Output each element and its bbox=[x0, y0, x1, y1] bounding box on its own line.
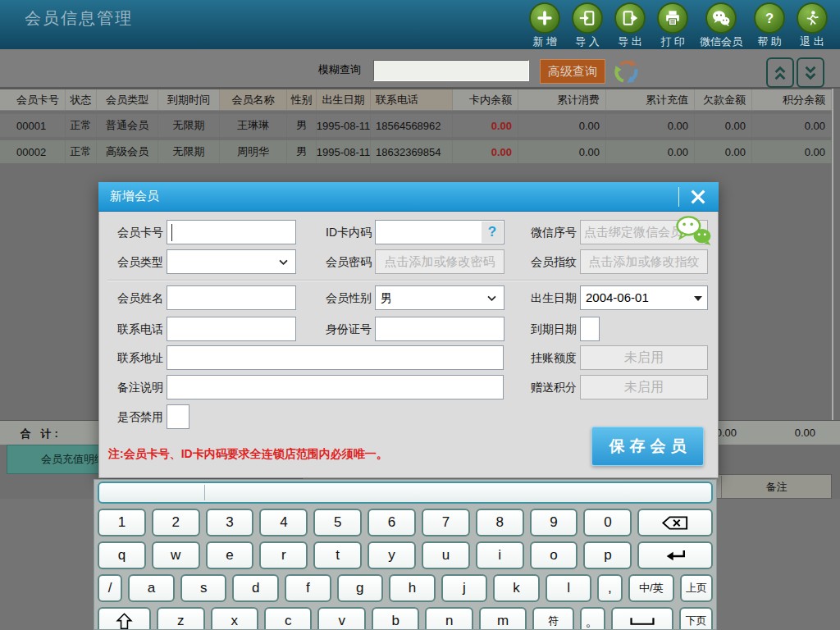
key-h[interactable]: h bbox=[389, 574, 436, 602]
key-c[interactable]: c bbox=[264, 607, 312, 630]
key-backspace[interactable] bbox=[637, 509, 713, 536]
key-1[interactable]: 1 bbox=[98, 509, 146, 536]
key-symbols[interactable]: 符 bbox=[532, 607, 573, 630]
import-button[interactable]: 导 入 bbox=[566, 2, 609, 49]
key-2[interactable]: 2 bbox=[152, 509, 200, 536]
password-button[interactable]: 点击添加或修改密码 bbox=[375, 249, 504, 274]
key-v[interactable]: v bbox=[317, 607, 365, 630]
key-x[interactable]: x bbox=[211, 607, 258, 630]
key-7[interactable]: 7 bbox=[422, 509, 470, 536]
key-9[interactable]: 9 bbox=[530, 509, 578, 536]
key-l[interactable]: l bbox=[546, 574, 592, 602]
key-o[interactable]: o bbox=[530, 541, 578, 569]
add-button[interactable]: 新 增 bbox=[523, 2, 566, 49]
key-r[interactable]: r bbox=[259, 541, 308, 569]
help-button[interactable]: ?帮 助 bbox=[748, 2, 791, 49]
key-d[interactable]: d bbox=[232, 574, 279, 602]
key-p[interactable]: p bbox=[583, 541, 632, 569]
column-header-2[interactable]: 会员类型 bbox=[97, 89, 158, 110]
table-row[interactable]: 00001正常普通会员无限期王琳琳男1995-08-11185645689620… bbox=[0, 114, 832, 137]
column-header-10[interactable]: 累计充值 bbox=[606, 89, 695, 110]
key-6[interactable]: 6 bbox=[368, 509, 416, 536]
refresh-icon[interactable] bbox=[611, 57, 642, 88]
idcard-input[interactable]: ? bbox=[375, 220, 504, 244]
exit-icon bbox=[797, 2, 828, 34]
fuzzy-search-input[interactable] bbox=[373, 60, 529, 81]
key-t[interactable]: t bbox=[313, 541, 362, 569]
key-s[interactable]: s bbox=[180, 574, 227, 602]
name-input[interactable] bbox=[167, 285, 296, 310]
key-lang-toggle[interactable]: 中/英 bbox=[628, 574, 675, 602]
key-g[interactable]: g bbox=[337, 574, 384, 602]
expire-date-checkbox[interactable] bbox=[580, 317, 600, 341]
key-shift[interactable] bbox=[98, 607, 151, 630]
phone-input[interactable] bbox=[167, 317, 296, 341]
key-8[interactable]: 8 bbox=[476, 509, 524, 536]
key-i[interactable]: i bbox=[476, 541, 524, 569]
column-header-9[interactable]: 累计消费 bbox=[518, 89, 606, 110]
advanced-search-button[interactable]: 高级查询 bbox=[540, 59, 605, 84]
key-u[interactable]: u bbox=[422, 541, 470, 569]
column-header-7[interactable]: 联系电话 bbox=[371, 89, 453, 110]
credit-limit-button[interactable]: 未启用 bbox=[580, 345, 708, 370]
column-header-5[interactable]: 性别 bbox=[287, 89, 317, 110]
remark-input[interactable] bbox=[167, 375, 504, 399]
exit-button[interactable]: 退 出 bbox=[791, 2, 833, 49]
key-3[interactable]: 3 bbox=[206, 509, 254, 536]
birth-date-combobox[interactable]: 2004-06-01 bbox=[580, 285, 708, 310]
card-input[interactable] bbox=[167, 220, 296, 244]
add-icon bbox=[529, 2, 560, 34]
print-button[interactable]: 打 印 bbox=[651, 2, 694, 49]
wechat-button[interactable]: 微信会员 bbox=[694, 2, 748, 49]
key-y[interactable]: y bbox=[368, 541, 416, 569]
key-b[interactable]: b bbox=[372, 607, 419, 630]
column-header-4[interactable]: 会员名称 bbox=[220, 89, 287, 110]
fingerprint-button[interactable]: 点击添加或修改指纹 bbox=[580, 249, 708, 274]
key-q[interactable]: q bbox=[98, 541, 146, 569]
member-type-select[interactable] bbox=[167, 249, 296, 274]
column-header-1[interactable]: 状态 bbox=[66, 89, 97, 110]
key-n[interactable]: n bbox=[425, 607, 472, 630]
key-0[interactable]: 0 bbox=[583, 509, 632, 536]
column-header-3[interactable]: 到期时间 bbox=[158, 89, 220, 110]
address-input[interactable] bbox=[167, 345, 504, 370]
key-comma[interactable]: , bbox=[597, 574, 622, 602]
key-period[interactable]: 。 bbox=[580, 607, 605, 630]
key-w[interactable]: w bbox=[152, 541, 200, 569]
key-a[interactable]: a bbox=[128, 574, 175, 602]
column-header-12[interactable]: 积分余额 bbox=[752, 89, 832, 110]
svg-text:?: ? bbox=[765, 11, 774, 25]
gender-select[interactable]: 男 bbox=[375, 285, 504, 310]
key-m[interactable]: m bbox=[479, 607, 527, 630]
key-prev-page[interactable]: 上页 bbox=[680, 574, 713, 602]
key-e[interactable]: e bbox=[206, 541, 254, 569]
key-4[interactable]: 4 bbox=[259, 509, 308, 536]
column-header-8[interactable]: 卡内余额 bbox=[453, 89, 518, 110]
id-number-input[interactable] bbox=[375, 317, 504, 341]
detail-column-remark: 备注 bbox=[721, 476, 831, 498]
column-header-0[interactable]: 会员卡号 bbox=[0, 89, 66, 110]
disable-checkbox[interactable] bbox=[167, 404, 189, 429]
key-5[interactable]: 5 bbox=[313, 509, 362, 536]
gender-label: 会员性别 bbox=[313, 285, 372, 310]
key-k[interactable]: k bbox=[493, 574, 540, 602]
scroll-top-button[interactable] bbox=[766, 57, 794, 88]
idcard-help-button[interactable]: ? bbox=[482, 221, 503, 243]
export-button[interactable]: 导 出 bbox=[609, 2, 651, 49]
save-member-button[interactable]: 保存会员 bbox=[591, 427, 704, 466]
table-row[interactable]: 00002正常高级会员无限期周明华男1995-08-11186323698540… bbox=[0, 140, 832, 163]
column-header-6[interactable]: 出生日期 bbox=[317, 89, 371, 110]
close-icon[interactable] bbox=[684, 186, 712, 208]
key-enter[interactable] bbox=[637, 541, 713, 569]
key-next-page[interactable]: 下页 bbox=[679, 607, 713, 630]
scroll-bottom-button[interactable] bbox=[797, 57, 824, 88]
key-z[interactable]: z bbox=[157, 607, 204, 630]
fuzzy-search-label: 模糊查询 bbox=[318, 62, 361, 77]
key-f[interactable]: f bbox=[285, 574, 331, 602]
column-header-11[interactable]: 欠款金额 bbox=[695, 89, 752, 110]
gift-points-button[interactable]: 未启用 bbox=[580, 375, 708, 399]
key-j[interactable]: j bbox=[441, 574, 488, 602]
key-space[interactable] bbox=[611, 607, 673, 630]
key-slash[interactable]: / bbox=[98, 574, 122, 602]
candidate-bar[interactable] bbox=[98, 482, 713, 504]
